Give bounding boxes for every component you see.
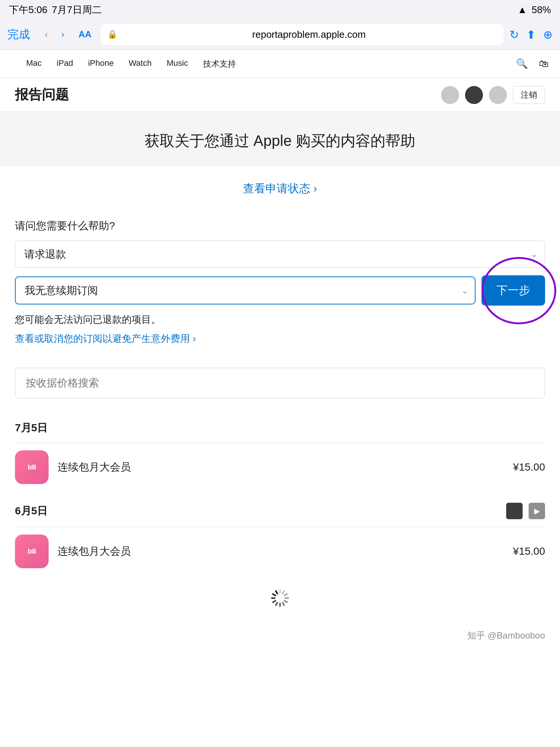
app-icon-bilibili-1: bili	[15, 450, 49, 484]
url-text: reportaproblem.apple.com	[121, 29, 497, 40]
svg-line-5	[283, 603, 284, 605]
dropdown2-wrapper: 我无意续期订阅 ⌄	[15, 276, 476, 304]
browser-toolbar: 完成 ‹ › AA 🔒 reportaproblem.apple.com ↻ ⬆…	[0, 19, 560, 49]
browser-nav: ‹ ›	[40, 28, 70, 41]
nav-item-ipad[interactable]: iPad	[57, 58, 73, 70]
reason-select[interactable]: 我无意续期订阅	[15, 276, 476, 304]
dropdown1-wrapper: 请求退款 ⌄	[15, 241, 545, 268]
lock-icon: 🔒	[107, 30, 117, 39]
svg-line-10	[273, 594, 276, 596]
chevron-left-icon: ‹	[45, 29, 48, 40]
subscription-link[interactable]: 查看或取消您的订阅以避免产生意外费用 ›	[15, 333, 196, 344]
status-bar: 下午5:06 7月7日周二 ▲ 58%	[0, 0, 560, 19]
dropdown1-row: 请求退款 ⌄	[15, 241, 545, 268]
svg-line-7	[276, 603, 277, 605]
svg-line-2	[284, 594, 287, 596]
nav-item-watch[interactable]: Watch	[129, 58, 152, 70]
footer-watermark: 知乎 @Bambooboo	[0, 622, 560, 649]
app-price-1: ¥15.00	[513, 461, 545, 473]
apple-nav-items: Mac iPad iPhone Watch Music 技术支持	[26, 58, 516, 70]
nav-item-music[interactable]: Music	[167, 58, 188, 70]
svg-line-1	[283, 591, 284, 594]
avatar-dark	[465, 86, 483, 104]
app-name-2: 连续包月大会员	[58, 544, 513, 558]
apple-nav-icons: 🔍 🛍	[516, 58, 549, 70]
date-icons: ▶	[506, 503, 545, 519]
svg-line-8	[273, 601, 276, 602]
browser-chrome: 完成 ‹ › AA 🔒 reportaproblem.apple.com ↻ ⬆…	[0, 19, 560, 50]
search-input[interactable]	[15, 368, 545, 398]
hero-title: 获取关于您通过 Apple 购买的内容的帮助	[15, 131, 545, 151]
battery-text: 58%	[532, 4, 551, 16]
check-status-section: 查看申请状态 ›	[0, 166, 560, 208]
date-icon-square	[506, 503, 523, 519]
info-text: 您可能会无法访问已退款的项目。	[15, 313, 545, 326]
nav-item-mac[interactable]: Mac	[26, 58, 42, 70]
status-date: 7月7日周二	[52, 3, 102, 16]
page-header: 报告问题 注销	[0, 78, 560, 112]
form-label: 请问您需要什么帮助?	[15, 219, 545, 233]
date-section-june: 6月5日 ▶ bili 连续包月大会员 ¥15.00	[0, 492, 560, 576]
nav-item-iphone[interactable]: iPhone	[88, 58, 114, 70]
watermark-text: 知乎 @Bambooboo	[467, 630, 545, 640]
share-button[interactable]: ⬆	[526, 28, 536, 41]
status-bar-left: 下午5:06 7月7日周二	[9, 3, 102, 16]
browser-forward-button[interactable]: ›	[56, 28, 70, 41]
app-icon-bilibili-2: bili	[15, 535, 49, 568]
dropdown2-row: 我无意续期订阅 ⌄ 下一步	[15, 275, 545, 306]
purchase-item-2: bili 连续包月大会员 ¥15.00	[15, 527, 545, 576]
bilibili-logo-text-2: bili	[28, 548, 36, 555]
svg-line-11	[276, 591, 277, 594]
bilibili-logo-text-1: bili	[28, 463, 36, 471]
date-header-june: 6月5日 ▶	[15, 495, 545, 527]
svg-line-4	[284, 601, 287, 602]
browser-url-bar[interactable]: 🔒 reportaproblem.apple.com	[101, 24, 504, 45]
chevron-right-icon: ›	[61, 29, 64, 40]
browser-actions: ↻ ⬆ ⊕	[510, 28, 553, 41]
date-icon-logo: ▶	[529, 503, 545, 519]
date-header-july: 7月5日	[15, 413, 545, 443]
apple-nav: Mac iPad iPhone Watch Music 技术支持 🔍 🛍	[0, 50, 560, 78]
date-logo-icon: ▶	[534, 506, 540, 515]
refund-type-select[interactable]: 请求退款	[15, 241, 545, 268]
nav-item-support[interactable]: 技术支持	[203, 58, 236, 70]
compass-button[interactable]: ⊕	[543, 28, 553, 41]
avatar-2	[489, 86, 507, 104]
wifi-icon: ▲	[517, 4, 527, 16]
search-nav-icon[interactable]: 🔍	[516, 58, 528, 70]
status-time: 下午5:06	[9, 3, 47, 16]
app-name-1: 连续包月大会员	[58, 460, 513, 474]
next-step-button[interactable]: 下一步	[481, 275, 545, 306]
search-section	[0, 356, 560, 410]
form-section: 请问您需要什么帮助? 请求退款 ⌄ 我无意续期订阅 ⌄ 下一步 您可能会无法访问…	[0, 208, 560, 356]
purchase-item-1: bili 连续包月大会员 ¥15.00	[15, 443, 545, 492]
avatar	[441, 86, 459, 104]
date-label-july: 7月5日	[15, 421, 47, 435]
browser-aa-button[interactable]: AA	[79, 29, 92, 40]
check-status-link[interactable]: 查看申请状态 ›	[243, 182, 317, 195]
cancel-button[interactable]: 注销	[513, 86, 545, 104]
app-price-2: ¥15.00	[513, 545, 545, 557]
reload-button[interactable]: ↻	[510, 28, 519, 41]
hero-section: 获取关于您通过 Apple 购买的内容的帮助	[0, 112, 560, 166]
cart-nav-icon[interactable]: 🛍	[539, 58, 549, 70]
browser-back-button[interactable]: ‹	[40, 28, 53, 41]
spinner-svg	[269, 587, 291, 609]
loading-spinner	[0, 576, 560, 622]
header-right: 注销	[441, 86, 545, 104]
date-label-june: 6月5日	[15, 504, 47, 518]
browser-done-button[interactable]: 完成	[7, 27, 34, 42]
page-title: 报告问题	[15, 86, 69, 104]
date-section-july: 7月5日 bili 连续包月大会员 ¥15.00	[0, 410, 560, 492]
status-bar-right: ▲ 58%	[517, 4, 551, 16]
